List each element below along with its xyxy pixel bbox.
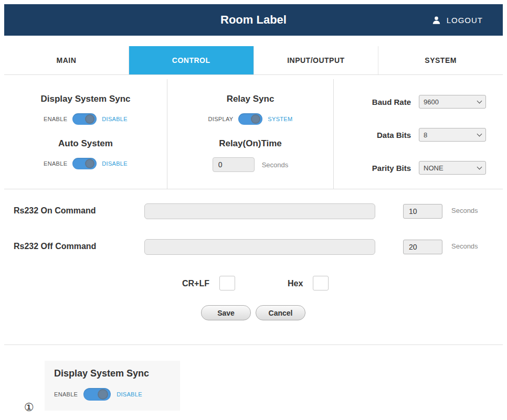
sync-column: Display System Sync ENABLE DISABLE Auto …: [4, 79, 167, 189]
baud-rate-label: Baud Rate: [372, 98, 411, 106]
relay-column: Relay Sync DISPLAY SYSTEM Relay(On)Time …: [167, 79, 334, 189]
callout-title: Display System Sync: [54, 368, 180, 379]
callout-enable-label: ENABLE: [54, 391, 78, 397]
tab-bar: MAIN CONTROL INPUT/OUTPUT SYSTEM: [4, 46, 503, 75]
baud-rate-row: Baud Rate 9600: [334, 95, 503, 109]
relay-sync-row: DISPLAY SYSTEM: [167, 113, 333, 125]
relay-on-time-input[interactable]: [213, 157, 255, 172]
callout-number-marker: ①: [24, 401, 34, 414]
rs232-off-delay-unit: Seconds: [451, 242, 478, 250]
tab-main[interactable]: MAIN: [4, 46, 129, 74]
rs232-off-delay-input[interactable]: [403, 240, 442, 254]
rs232-on-command-label: Rs232 On Command: [14, 206, 96, 216]
chevron-down-icon: [477, 164, 482, 169]
chevron-down-icon: [477, 131, 482, 136]
save-button[interactable]: Save: [201, 305, 251, 320]
display-system-sync-toggle[interactable]: [72, 113, 97, 125]
auto-system-title: Auto System: [4, 138, 167, 149]
hex-checkbox[interactable]: [313, 276, 329, 290]
rs232-on-delay-unit: Seconds: [451, 207, 478, 214]
app-header: Room Label LOGOUT: [4, 4, 503, 36]
toggle-knob: [85, 114, 94, 124]
display-system-sync-enable-label: ENABLE: [44, 116, 67, 122]
data-bits-row: Data Bits 8: [334, 128, 503, 142]
relay-sync-toggle[interactable]: [238, 113, 262, 125]
hex-label: Hex: [288, 279, 303, 288]
data-bits-label: Data Bits: [377, 131, 411, 139]
rs232-on-delay-input[interactable]: [403, 204, 442, 219]
user-icon: [431, 15, 441, 25]
page-title: Room Label: [4, 4, 503, 36]
relay-on-time-unit: Seconds: [262, 161, 289, 169]
data-bits-select[interactable]: 8: [419, 128, 486, 142]
page: Room Label LOGOUT MAIN CONTROL INPUT/OUT…: [0, 0, 507, 420]
display-system-sync-row: ENABLE DISABLE: [4, 113, 167, 125]
relay-sync-display-label: DISPLAY: [208, 116, 234, 122]
callout-disable-label: DISABLE: [117, 391, 142, 397]
auto-system-toggle[interactable]: [72, 158, 97, 169]
control-settings-section: Display System Sync ENABLE DISABLE Auto …: [4, 79, 503, 189]
data-bits-value: 8: [424, 131, 427, 139]
chevron-down-icon: [477, 98, 482, 103]
crlf-checkbox[interactable]: [219, 276, 235, 290]
baud-rate-select[interactable]: 9600: [419, 95, 486, 109]
rs232-on-command-input[interactable]: [144, 203, 375, 219]
relay-on-time-title: Relay(On)Time: [167, 138, 333, 149]
tab-system[interactable]: SYSTEM: [378, 46, 503, 74]
serial-column: Baud Rate 9600 Data Bits 8 Parity Bits N…: [334, 79, 503, 189]
toggle-knob: [85, 159, 94, 168]
rs232-section: Rs232 On Command Seconds Rs232 Off Comma…: [4, 190, 503, 345]
cancel-button[interactable]: Cancel: [256, 305, 305, 320]
parity-bits-select[interactable]: NONE: [419, 161, 486, 175]
toggle-knob: [251, 114, 260, 124]
rs232-off-command-label: Rs232 Off Command: [14, 242, 96, 251]
display-system-sync-title: Display System Sync: [4, 94, 167, 104]
crlf-label: CR+LF: [182, 279, 209, 288]
callout-toggle-row: ENABLE DISABLE: [54, 388, 180, 401]
auto-system-disable-label: DISABLE: [102, 160, 128, 167]
parity-bits-label: Parity Bits: [372, 164, 411, 173]
relay-sync-title: Relay Sync: [167, 94, 333, 104]
callout-panel: Display System Sync ENABLE DISABLE: [45, 361, 180, 411]
toggle-knob: [98, 389, 108, 400]
auto-system-enable-label: ENABLE: [44, 160, 67, 167]
parity-bits-value: NONE: [424, 164, 443, 172]
relay-sync-system-label: SYSTEM: [268, 116, 292, 122]
tab-control[interactable]: CONTROL: [129, 46, 254, 74]
logout-label: LOGOUT: [447, 16, 483, 25]
display-system-sync-disable-label: DISABLE: [102, 116, 128, 122]
tab-input-output[interactable]: INPUT/OUTPUT: [254, 46, 378, 74]
parity-bits-row: Parity Bits NONE: [334, 161, 503, 175]
auto-system-row: ENABLE DISABLE: [4, 158, 167, 169]
baud-rate-value: 9600: [424, 98, 439, 106]
rs232-off-command-input[interactable]: [144, 239, 375, 255]
relay-on-time-row: Seconds: [167, 157, 333, 172]
logout-button[interactable]: LOGOUT: [431, 4, 483, 36]
callout-display-system-sync-toggle[interactable]: [83, 388, 111, 401]
